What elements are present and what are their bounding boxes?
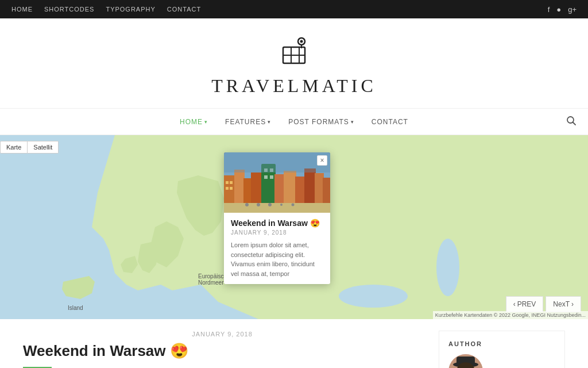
svg-line-8 xyxy=(573,122,576,125)
nav-features[interactable]: FEATURES ▾ xyxy=(218,110,278,134)
search-icon[interactable] xyxy=(566,116,577,128)
next-label: NexT xyxy=(553,300,570,308)
social-links: f ● g+ xyxy=(548,5,577,14)
top-bar: HOME SHORTCODES TYPOGRAPHY CONTACT f ● g… xyxy=(0,0,588,18)
svg-rect-33 xyxy=(226,187,229,190)
map-container: Island Norwegen EuropäischesNordmeer Nor… xyxy=(0,135,588,319)
svg-rect-34 xyxy=(230,187,233,190)
svg-point-43 xyxy=(280,204,283,206)
logo-icon xyxy=(278,36,310,72)
map-type-satellit[interactable]: Satellit xyxy=(28,141,59,154)
svg-rect-45 xyxy=(224,152,330,172)
map-attribution: Kurzbefehle Kartendaten © 2022 Google, I… xyxy=(433,311,588,319)
popup-title: Weekend in Warsaw 😍 xyxy=(231,218,323,228)
popup-content: Weekend in Warsaw 😍 JANUARY 9, 2018 Lore… xyxy=(224,213,330,284)
svg-rect-38 xyxy=(270,175,273,179)
instagram-icon[interactable]: ● xyxy=(556,5,561,14)
svg-point-11 xyxy=(436,239,459,296)
svg-rect-32 xyxy=(230,181,233,184)
svg-point-42 xyxy=(268,203,272,206)
nav-home[interactable]: HOME ▾ xyxy=(173,110,215,134)
top-nav-contact[interactable]: CONTACT xyxy=(167,6,201,13)
avatar xyxy=(448,354,483,368)
main-nav-links: HOME ▾ FEATURES ▾ POST FORMATS ▾ CONTACT xyxy=(173,110,415,134)
svg-point-10 xyxy=(339,285,408,308)
prev-button[interactable]: ‹ ‹ PREV PREV xyxy=(506,296,544,312)
svg-point-40 xyxy=(245,203,249,206)
nav-home-arrow: ▾ xyxy=(204,119,208,125)
svg-rect-37 xyxy=(264,175,268,179)
next-arrow-icon: › xyxy=(571,300,574,308)
logo-area: TRAVELMATIC xyxy=(0,18,588,109)
top-nav-typography[interactable]: TYPOGRAPHY xyxy=(106,6,155,13)
popup-image: × xyxy=(224,152,330,213)
logo-text: TRAVELMATIC xyxy=(211,75,377,97)
article-date: JANUARY 9, 2018 xyxy=(23,331,421,338)
svg-point-5 xyxy=(300,40,303,43)
nav-post-formats-arrow: ▾ xyxy=(351,119,354,125)
next-button[interactable]: NexT › xyxy=(546,296,581,312)
map-popup: × Weekend in Warsaw 😍 JANUARY 9, 2018 Lo… xyxy=(224,152,330,284)
article-area: JANUARY 9, 2018 Weekend in Warsaw 😍 xyxy=(23,331,421,368)
nav-post-formats[interactable]: POST FORMATS ▾ xyxy=(281,110,361,134)
article-title: Weekend in Warsaw 😍 xyxy=(23,342,421,360)
map-navigation: ‹ ‹ PREV PREV NexT › xyxy=(506,296,581,312)
bottom-section: JANUARY 9, 2018 Weekend in Warsaw 😍 AUTH… xyxy=(0,319,588,368)
facebook-icon[interactable]: f xyxy=(548,5,550,14)
top-nav: HOME SHORTCODES TYPOGRAPHY CONTACT xyxy=(11,6,201,13)
top-nav-shortcodes[interactable]: SHORTCODES xyxy=(44,6,94,13)
svg-point-41 xyxy=(257,203,260,206)
main-nav: HOME ▾ FEATURES ▾ POST FORMATS ▾ CONTACT xyxy=(0,109,588,135)
popup-date: JANUARY 9, 2018 xyxy=(231,229,323,236)
svg-rect-39 xyxy=(224,203,330,213)
nav-features-arrow: ▾ xyxy=(268,119,271,125)
popup-close-button[interactable]: × xyxy=(317,155,327,166)
popup-text: Lorem ipsum dolor sit amet, consectetur … xyxy=(231,240,323,278)
prev-arrow-icon: ‹ xyxy=(513,300,516,308)
top-nav-home[interactable]: HOME xyxy=(11,6,33,13)
author-label: AUTHOR xyxy=(448,340,555,347)
author-box: AUTHOR xyxy=(439,331,565,368)
svg-point-44 xyxy=(292,204,295,206)
nav-contact[interactable]: CONTACT xyxy=(365,110,415,134)
map-type-controls: Karte Satellit xyxy=(0,141,59,154)
svg-rect-31 xyxy=(226,181,229,184)
google-plus-icon[interactable]: g+ xyxy=(568,5,577,14)
map-type-karte[interactable]: Karte xyxy=(0,141,28,154)
